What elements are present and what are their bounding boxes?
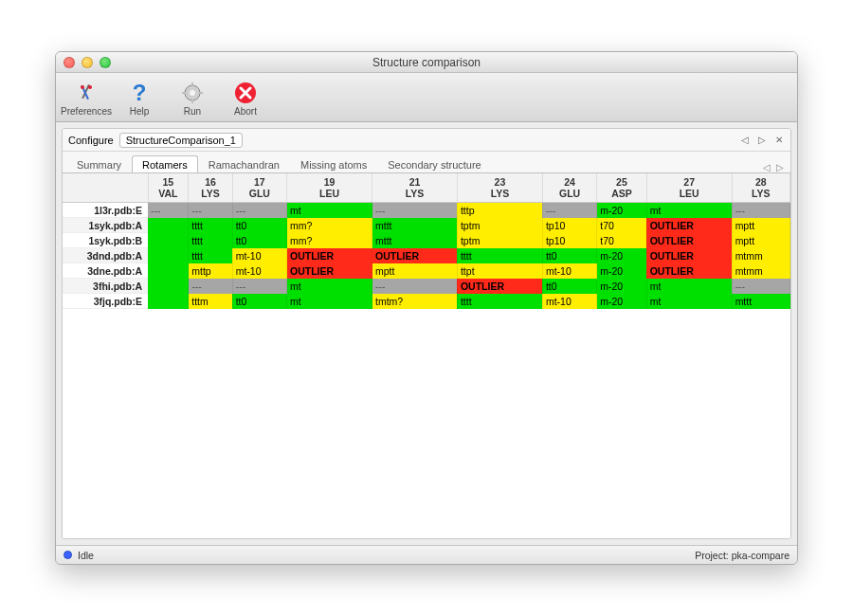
rotamer-cell[interactable]: mt <box>287 279 372 294</box>
rotamer-cell[interactable]: mtmm <box>732 248 789 263</box>
rotamer-cell[interactable]: tttt <box>457 248 542 263</box>
rotamer-cell[interactable]: mttt <box>372 218 458 233</box>
rotamer-cell[interactable] <box>148 233 189 248</box>
rotamer-cell[interactable]: mt-10 <box>542 294 596 309</box>
rotamer-cell[interactable]: tttt <box>189 248 232 263</box>
rotamer-cell[interactable]: --- <box>189 279 232 294</box>
rotamer-cell[interactable]: t70 <box>597 233 646 248</box>
column-header[interactable]: 25ASP <box>597 173 646 203</box>
rotamer-cell[interactable]: tt0 <box>542 279 596 294</box>
rotamer-cell[interactable]: mm? <box>287 233 372 248</box>
column-header[interactable]: 21LYS <box>372 173 458 203</box>
rotamer-cell[interactable]: tt0 <box>232 294 286 309</box>
column-header[interactable]: 17GLU <box>232 173 286 203</box>
rotamer-cell[interactable]: OUTLIER <box>457 279 542 294</box>
rotamer-cell[interactable] <box>148 294 189 309</box>
rotamer-cell[interactable]: mptt <box>732 233 789 248</box>
row-header[interactable]: 1l3r.pdb:E <box>63 203 148 218</box>
rotamer-cell[interactable]: --- <box>148 203 189 218</box>
tab-summary[interactable]: Summary <box>66 155 132 173</box>
column-header[interactable]: 19LEU <box>287 173 372 203</box>
rotamer-cell[interactable]: m-20 <box>597 248 646 263</box>
row-header[interactable]: 3fhi.pdb:A <box>63 279 148 294</box>
rotamer-cell[interactable]: tttm <box>189 294 232 309</box>
tab-scroll-right[interactable]: ▷ <box>773 162 787 172</box>
rotamer-cell[interactable]: tt0 <box>542 248 596 263</box>
pane-next-button[interactable]: ▷ <box>756 135 768 146</box>
tab-rotamers[interactable]: Rotamers <box>132 155 198 173</box>
run-button[interactable]: Run <box>170 81 215 117</box>
rotamer-cell[interactable]: OUTLIER <box>646 248 732 263</box>
rotamer-cell[interactable]: tp10 <box>542 218 596 233</box>
rotamer-cell[interactable]: tttp <box>457 203 542 218</box>
rotamer-cell[interactable]: --- <box>232 279 286 294</box>
rotamer-cell[interactable]: mt <box>646 203 732 218</box>
rotamer-cell[interactable]: mt-10 <box>232 248 286 263</box>
pane-prev-button[interactable]: ◁ <box>739 135 751 146</box>
rotamer-cell[interactable]: OUTLIER <box>646 233 732 248</box>
rotamer-cell[interactable]: mm? <box>287 218 372 233</box>
column-header[interactable]: 16LYS <box>189 173 232 203</box>
rotamer-cell[interactable]: m-20 <box>597 203 646 218</box>
rotamer-cell[interactable]: m-20 <box>597 294 646 309</box>
rotamer-cell[interactable] <box>148 218 189 233</box>
row-header[interactable]: 1syk.pdb:A <box>63 218 148 233</box>
rotamer-cell[interactable]: mtmm <box>732 263 789 279</box>
rotamer-cell[interactable]: mttt <box>732 294 789 309</box>
column-header[interactable]: 23LYS <box>457 173 542 203</box>
rotamer-cell[interactable]: mttp <box>189 263 232 279</box>
rotamer-cell[interactable]: mttt <box>372 233 458 248</box>
tab-secondary-structure[interactable]: Secondary structure <box>377 155 491 173</box>
rotamer-cell[interactable]: mptt <box>732 218 789 233</box>
rotamer-cell[interactable]: m-20 <box>597 279 646 294</box>
rotamer-cell[interactable]: mt-10 <box>542 263 596 279</box>
rotamer-cell[interactable]: OUTLIER <box>287 263 372 279</box>
rotamer-cell[interactable]: --- <box>232 203 286 218</box>
rotamer-cell[interactable]: tmtm? <box>372 294 458 309</box>
rotamer-cell[interactable]: --- <box>372 279 458 294</box>
help-button[interactable]: ? Help <box>117 81 162 117</box>
rotamer-cell[interactable]: tt0 <box>232 233 286 248</box>
rotamer-cell[interactable]: tttt <box>189 233 232 248</box>
column-header[interactable]: 15VAL <box>148 173 189 203</box>
preferences-button[interactable]: Preferences <box>64 81 109 117</box>
rotamer-cell[interactable]: m-20 <box>597 263 646 279</box>
rotamer-cell[interactable]: tt0 <box>232 218 286 233</box>
row-header[interactable]: 3dnd.pdb:A <box>63 248 148 263</box>
rotamer-cell[interactable]: mt-10 <box>232 263 286 279</box>
column-header[interactable]: 27LEU <box>646 173 732 203</box>
rotamer-cell[interactable] <box>148 263 189 279</box>
column-header[interactable]: 24GLU <box>542 173 596 203</box>
configure-select[interactable]: StructureComparison_1 <box>119 133 243 148</box>
rotamer-cell[interactable]: tttt <box>457 294 542 309</box>
rotamer-cell[interactable]: --- <box>189 203 232 218</box>
rotamer-cell[interactable]: mt <box>646 294 732 309</box>
rotamer-cell[interactable] <box>148 248 189 263</box>
rotamer-cell[interactable]: --- <box>542 203 596 218</box>
rotamer-table-wrap[interactable]: 15VAL16LYS17GLU19LEU21LYS23LYS24GLU25ASP… <box>63 172 790 538</box>
rotamer-cell[interactable]: OUTLIER <box>287 248 372 263</box>
tab-ramachandran[interactable]: Ramachandran <box>198 155 290 173</box>
row-header[interactable]: 1syk.pdb:B <box>63 233 148 248</box>
rotamer-cell[interactable]: t70 <box>597 218 646 233</box>
rotamer-cell[interactable]: OUTLIER <box>646 263 732 279</box>
rotamer-cell[interactable]: --- <box>732 203 789 218</box>
rotamer-cell[interactable]: tptm <box>457 218 542 233</box>
rotamer-cell[interactable]: mt <box>287 203 372 218</box>
rotamer-cell[interactable]: tptm <box>457 233 542 248</box>
rotamer-cell[interactable]: OUTLIER <box>646 218 732 233</box>
rotamer-cell[interactable]: mptt <box>372 263 458 279</box>
row-header[interactable]: 3dne.pdb:A <box>63 263 148 279</box>
rotamer-cell[interactable]: --- <box>372 203 458 218</box>
rotamer-cell[interactable]: tttt <box>189 218 232 233</box>
pane-close-button[interactable]: ✕ <box>773 135 785 146</box>
rotamer-cell[interactable]: OUTLIER <box>372 248 458 263</box>
rotamer-cell[interactable]: ttpt <box>457 263 542 279</box>
tab-scroll-left[interactable]: ◁ <box>760 162 773 172</box>
rotamer-cell[interactable]: tp10 <box>542 233 596 248</box>
column-header[interactable]: 28LYS <box>732 173 789 203</box>
rotamer-cell[interactable]: mt <box>287 294 372 309</box>
tab-missing-atoms[interactable]: Missing atoms <box>290 155 377 173</box>
rotamer-cell[interactable]: --- <box>732 279 789 294</box>
row-header[interactable]: 3fjq.pdb:E <box>63 294 148 309</box>
